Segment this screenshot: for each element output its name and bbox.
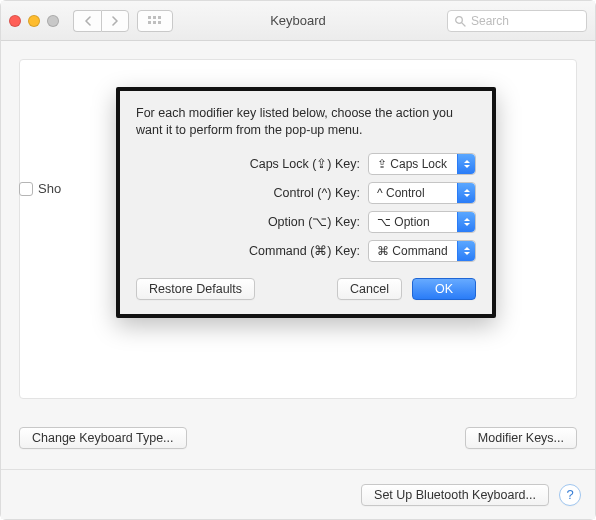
- change-keyboard-type-button[interactable]: Change Keyboard Type...: [19, 427, 187, 449]
- svg-rect-2: [158, 16, 161, 19]
- panel-bottom-buttons: Change Keyboard Type... Modifier Keys...: [19, 427, 577, 449]
- caps-lock-popup[interactable]: ⇪ Caps Lock: [368, 153, 476, 175]
- back-button[interactable]: [73, 10, 101, 32]
- option-label: Option (⌥) Key:: [136, 214, 360, 229]
- help-button[interactable]: ?: [559, 484, 581, 506]
- sheet-button-row: Restore Defaults Cancel OK: [136, 278, 476, 300]
- row-option: Option (⌥) Key: ⌥ Option: [136, 211, 476, 233]
- control-label: Control (^) Key:: [136, 186, 360, 200]
- svg-rect-0: [148, 16, 151, 19]
- option-popup[interactable]: ⌥ Option: [368, 211, 476, 233]
- caps-lock-label: Caps Lock (⇪) Key:: [136, 156, 360, 171]
- forward-button[interactable]: [101, 10, 129, 32]
- modifier-keys-button[interactable]: Modifier Keys...: [465, 427, 577, 449]
- show-all-button[interactable]: [137, 10, 173, 32]
- search-field[interactable]: Search: [447, 10, 587, 32]
- popup-stepper-icon: [457, 154, 475, 174]
- svg-rect-3: [148, 21, 151, 24]
- nav-back-forward: [73, 10, 129, 32]
- svg-rect-5: [158, 21, 161, 24]
- zoom-window-button[interactable]: [47, 15, 59, 27]
- caps-lock-value: ⇪ Caps Lock: [377, 157, 447, 171]
- checkbox-label: Sho: [38, 181, 61, 196]
- restore-defaults-button[interactable]: Restore Defaults: [136, 278, 255, 300]
- sheet-description: For each modifier key listed below, choo…: [136, 105, 476, 139]
- cancel-button[interactable]: Cancel: [337, 278, 402, 300]
- content-area: Sho Change Keyboard Type... Modifier Key…: [1, 41, 595, 469]
- popup-stepper-icon: [457, 241, 475, 261]
- ok-button[interactable]: OK: [412, 278, 476, 300]
- command-value: ⌘ Command: [377, 244, 448, 258]
- popup-stepper-icon: [457, 183, 475, 203]
- row-control: Control (^) Key: ^ Control: [136, 182, 476, 204]
- traffic-lights: [9, 15, 59, 27]
- svg-line-7: [462, 22, 465, 25]
- svg-rect-1: [153, 16, 156, 19]
- setup-bluetooth-button[interactable]: Set Up Bluetooth Keyboard...: [361, 484, 549, 506]
- minimize-window-button[interactable]: [28, 15, 40, 27]
- search-icon: [454, 15, 466, 27]
- control-popup[interactable]: ^ Control: [368, 182, 476, 204]
- modifier-keys-sheet: For each modifier key listed below, choo…: [116, 87, 496, 318]
- checkbox[interactable]: [19, 182, 33, 196]
- titlebar: Keyboard Search: [1, 1, 595, 41]
- command-label: Command (⌘) Key:: [136, 243, 360, 258]
- control-value: ^ Control: [377, 186, 425, 200]
- command-popup[interactable]: ⌘ Command: [368, 240, 476, 262]
- search-placeholder: Search: [471, 14, 509, 28]
- option-value: ⌥ Option: [377, 215, 430, 229]
- close-window-button[interactable]: [9, 15, 21, 27]
- window-footer: Set Up Bluetooth Keyboard... ?: [1, 469, 595, 519]
- popup-stepper-icon: [457, 212, 475, 232]
- keyboard-prefs-window: Keyboard Search Sho Change Keyboard Type…: [0, 0, 596, 520]
- svg-rect-4: [153, 21, 156, 24]
- row-caps-lock: Caps Lock (⇪) Key: ⇪ Caps Lock: [136, 153, 476, 175]
- row-command: Command (⌘) Key: ⌘ Command: [136, 240, 476, 262]
- background-checkbox-row: Sho: [19, 181, 61, 196]
